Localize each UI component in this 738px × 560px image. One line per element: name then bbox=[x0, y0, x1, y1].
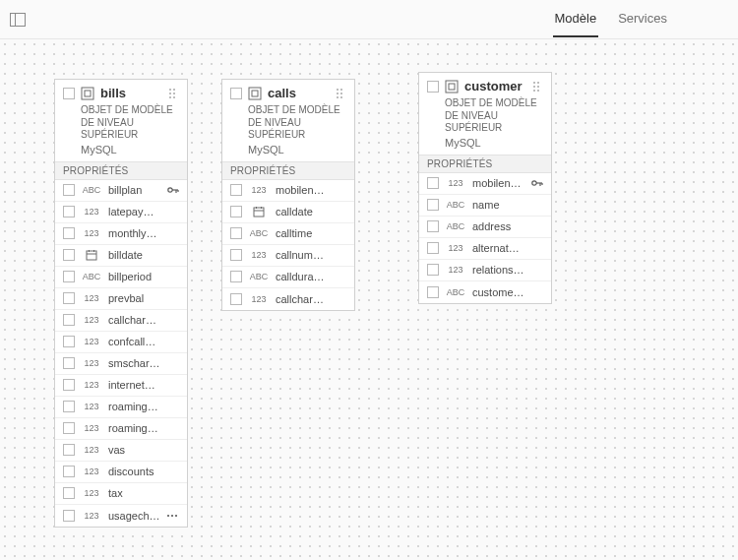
select-checkbox[interactable] bbox=[230, 206, 242, 218]
property-row[interactable]: ABCname bbox=[419, 195, 551, 217]
property-row[interactable]: ABCbillplan bbox=[55, 180, 187, 202]
property-row[interactable]: ABCaddress bbox=[419, 217, 551, 238]
property-name: callnum… bbox=[276, 249, 346, 261]
select-checkbox[interactable] bbox=[63, 422, 75, 434]
property-name: prevbal bbox=[108, 292, 179, 304]
entity-header: bills bbox=[55, 80, 187, 104]
select-checkbox[interactable] bbox=[63, 510, 75, 522]
select-checkbox[interactable] bbox=[63, 379, 75, 391]
property-name: alternat… bbox=[472, 242, 543, 254]
select-checkbox[interactable] bbox=[63, 466, 75, 477]
type-number-icon: 123 bbox=[248, 294, 270, 304]
select-checkbox[interactable] bbox=[63, 401, 75, 412]
property-row[interactable]: ABCcustome… bbox=[419, 281, 551, 303]
select-checkbox[interactable] bbox=[63, 249, 75, 261]
type-number-icon: 123 bbox=[81, 423, 102, 433]
select-checkbox[interactable] bbox=[63, 227, 75, 239]
drag-handle-icon[interactable] bbox=[337, 87, 346, 100]
select-checkbox[interactable] bbox=[427, 177, 439, 189]
drag-handle-icon[interactable] bbox=[169, 87, 179, 100]
topbar: Modèle Services bbox=[0, 0, 738, 39]
entity-card-customer[interactable]: customer OBJET DE MODÈLE DE NIVEAU SUPÉR… bbox=[418, 72, 552, 304]
property-row[interactable]: 123monthly… bbox=[55, 223, 187, 245]
entity-card-bills[interactable]: bills OBJET DE MODÈLE DE NIVEAU SUPÉRIEU… bbox=[54, 79, 188, 528]
select-checkbox[interactable] bbox=[230, 249, 242, 261]
entity-icon bbox=[248, 87, 262, 100]
property-row[interactable]: 123relations… bbox=[419, 260, 551, 281]
select-checkbox[interactable] bbox=[63, 336, 75, 347]
property-row[interactable]: ABCcalltime bbox=[222, 223, 354, 245]
select-checkbox[interactable] bbox=[230, 271, 242, 282]
svg-rect-17 bbox=[449, 84, 455, 90]
type-number-icon: 123 bbox=[81, 445, 102, 455]
svg-rect-6 bbox=[87, 251, 96, 260]
tabs: Modèle Services bbox=[553, 1, 729, 37]
select-checkbox[interactable] bbox=[427, 264, 439, 276]
property-row[interactable]: 123latepay… bbox=[55, 202, 187, 223]
property-name: callchar… bbox=[276, 293, 346, 305]
select-checkbox[interactable] bbox=[230, 88, 242, 99]
property-name: internet… bbox=[108, 379, 179, 391]
property-row[interactable]: 123confcall… bbox=[55, 332, 187, 353]
property-row[interactable]: 123alternat… bbox=[419, 238, 551, 260]
entity-card-calls[interactable]: calls OBJET DE MODÈLE DE NIVEAU SUPÉRIEU… bbox=[221, 79, 355, 311]
tab-model[interactable]: Modèle bbox=[553, 1, 599, 37]
select-checkbox[interactable] bbox=[427, 286, 439, 298]
property-name: relations… bbox=[472, 264, 543, 276]
select-checkbox[interactable] bbox=[63, 314, 75, 326]
entity-header: customer bbox=[419, 73, 551, 97]
select-checkbox[interactable] bbox=[63, 292, 75, 304]
entity-subtype: OBJET DE MODÈLE DE NIVEAU SUPÉRIEUR bbox=[222, 104, 354, 144]
property-row[interactable]: 123roaming… bbox=[55, 418, 187, 440]
property-row[interactable]: 123vas bbox=[55, 440, 187, 462]
entity-title: bills bbox=[100, 86, 126, 100]
select-checkbox[interactable] bbox=[63, 184, 75, 196]
panel-toggle-icon[interactable] bbox=[10, 13, 26, 27]
select-checkbox[interactable] bbox=[230, 293, 242, 305]
select-checkbox[interactable] bbox=[63, 487, 75, 499]
select-checkbox[interactable] bbox=[230, 184, 242, 196]
property-row[interactable]: 123callnum… bbox=[222, 245, 354, 267]
property-row[interactable]: 123mobilen… bbox=[222, 180, 354, 202]
type-string-icon: ABC bbox=[445, 221, 466, 231]
select-checkbox[interactable] bbox=[427, 242, 439, 254]
property-row[interactable]: ABCbillperiod bbox=[55, 267, 187, 288]
select-checkbox[interactable] bbox=[63, 88, 75, 99]
select-checkbox[interactable] bbox=[63, 206, 75, 218]
select-checkbox[interactable] bbox=[427, 81, 439, 93]
model-canvas[interactable]: bills OBJET DE MODÈLE DE NIVEAU SUPÉRIEU… bbox=[0, 39, 738, 560]
property-row[interactable]: billdate bbox=[55, 245, 187, 267]
property-row[interactable]: 123tax bbox=[55, 483, 187, 505]
more-icon[interactable] bbox=[167, 511, 179, 521]
type-number-icon: 123 bbox=[445, 243, 466, 253]
select-checkbox[interactable] bbox=[63, 444, 75, 456]
property-row[interactable]: 123smschar… bbox=[55, 353, 187, 375]
tab-services[interactable]: Services bbox=[616, 1, 669, 37]
property-row[interactable]: 123roaming… bbox=[55, 397, 187, 418]
property-name: roaming… bbox=[108, 422, 179, 434]
property-row[interactable]: 123mobilen… bbox=[419, 173, 551, 195]
property-row[interactable]: 123internet… bbox=[55, 375, 187, 397]
type-number-icon: 123 bbox=[445, 178, 466, 188]
type-date-icon bbox=[248, 206, 270, 218]
property-row[interactable]: ABCcalldura… bbox=[222, 267, 354, 288]
select-checkbox[interactable] bbox=[63, 357, 75, 369]
select-checkbox[interactable] bbox=[63, 271, 75, 282]
property-row[interactable]: 123usagech… bbox=[55, 505, 187, 527]
property-name: calltime bbox=[276, 227, 346, 239]
select-checkbox[interactable] bbox=[427, 199, 439, 211]
type-string-icon: ABC bbox=[81, 272, 102, 281]
property-row[interactable]: 123discounts bbox=[55, 462, 187, 483]
type-number-icon: 123 bbox=[445, 265, 466, 275]
select-checkbox[interactable] bbox=[230, 227, 242, 239]
type-string-icon: ABC bbox=[81, 185, 102, 195]
property-row[interactable]: 123callchar… bbox=[55, 310, 187, 332]
properties-header: PROPRIÉTÉS bbox=[55, 161, 187, 180]
property-name: smschar… bbox=[108, 357, 179, 369]
property-row[interactable]: 123prevbal bbox=[55, 288, 187, 310]
entity-title: calls bbox=[268, 86, 296, 100]
property-row[interactable]: calldate bbox=[222, 202, 354, 223]
property-row[interactable]: 123callchar… bbox=[222, 288, 354, 310]
drag-handle-icon[interactable] bbox=[533, 80, 543, 93]
select-checkbox[interactable] bbox=[427, 220, 439, 232]
